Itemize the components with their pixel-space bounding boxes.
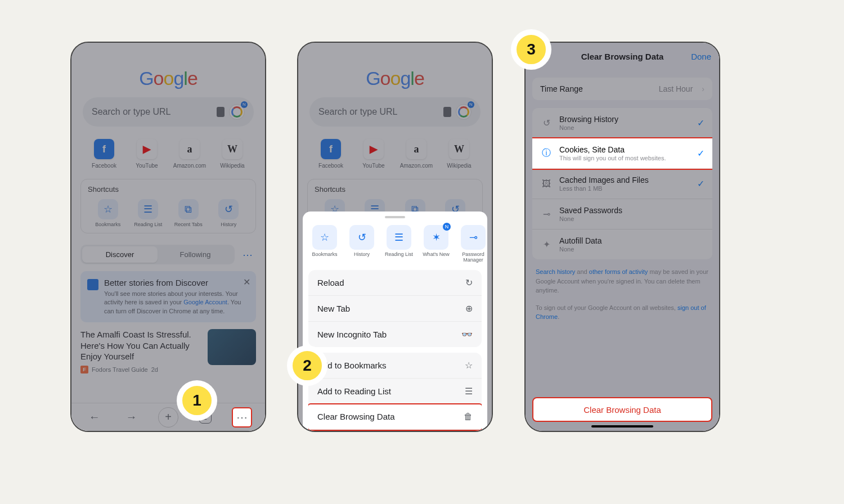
article-thumbnail bbox=[208, 329, 256, 365]
google-account-link[interactable]: Google Account bbox=[183, 299, 227, 305]
reload-icon: ↻ bbox=[465, 277, 473, 288]
lens-icon[interactable]: N bbox=[229, 104, 245, 120]
feed-more-icon[interactable]: ⋯ bbox=[239, 249, 256, 261]
menu-add-bookmarks[interactable]: Add to Bookmarks☆ bbox=[308, 353, 482, 379]
feed-article[interactable]: The Amalfi Coast Is Stressful. Here's Ho… bbox=[80, 329, 256, 374]
step-badge-2: 2 bbox=[287, 345, 327, 386]
quick-actions-row: ☆Bookmarks ↺History ☰Reading List ✶NWhat… bbox=[303, 223, 487, 270]
shortcut-history[interactable]: ↺History bbox=[210, 199, 247, 227]
menu-add-reading-list[interactable]: Add to Reading List☰ bbox=[308, 379, 482, 404]
grabber[interactable] bbox=[385, 216, 405, 218]
row-browsing-history[interactable]: ↺ Browsing HistoryNone ✓ bbox=[532, 108, 712, 138]
quick-whats-new[interactable]: ✶NWhat's New bbox=[420, 225, 452, 263]
favorite-youtube[interactable]: ▶YouTube bbox=[127, 139, 167, 169]
more-menu-button[interactable]: ⋯ bbox=[232, 407, 252, 428]
row-saved-passwords[interactable]: ⊸ Saved PasswordsNone bbox=[532, 199, 712, 230]
shortcuts-title: Shortcuts bbox=[88, 185, 249, 194]
nav-bar: Clear Browsing Data Done bbox=[526, 43, 719, 70]
google-logo: Google bbox=[304, 68, 486, 89]
check-icon: ✓ bbox=[697, 118, 704, 128]
data-types-group: ↺ Browsing HistoryNone ✓ ⓘ Cookies, Site… bbox=[532, 108, 712, 259]
close-icon[interactable]: ✕ bbox=[243, 277, 250, 287]
overflow-menu-sheet: ☆Bookmarks ↺History ☰Reading List ✶NWhat… bbox=[303, 212, 487, 431]
new-tab-button[interactable]: + bbox=[158, 407, 178, 428]
shortcuts-card: Shortcuts ☆Bookmarks ☰Reading List ⧉Rece… bbox=[80, 179, 256, 233]
quick-bookmarks[interactable]: ☆Bookmarks bbox=[308, 225, 341, 263]
step-badge-3: 3 bbox=[511, 29, 551, 70]
page-title: Clear Browsing Data bbox=[581, 52, 664, 61]
favorite-wikipedia[interactable]: WWikipedia bbox=[213, 139, 252, 169]
discover-title: Better stories from Discover bbox=[104, 278, 249, 287]
favorite-amazon[interactable]: aAmazon.com bbox=[397, 139, 436, 169]
done-button[interactable]: Done bbox=[691, 52, 711, 61]
incognito-icon: 👓 bbox=[461, 329, 473, 340]
phone-step-3: Clear Browsing Data Done Time Range Last… bbox=[524, 42, 720, 432]
check-icon: ✓ bbox=[697, 178, 704, 189]
time-range-row[interactable]: Time Range Last Hour › bbox=[532, 78, 712, 100]
menu-new-tab[interactable]: New Tab⊕ bbox=[308, 296, 482, 322]
autofill-icon: ✦ bbox=[540, 238, 553, 251]
favorite-amazon[interactable]: aAmazon.com bbox=[170, 139, 209, 169]
article-title: The Amalfi Coast Is Stressful. Here's Ho… bbox=[80, 329, 202, 362]
menu-new-incognito[interactable]: New Incognito Tab👓 bbox=[308, 322, 482, 347]
phone-step-1: Google Search or type URL N fFacebook ▶Y… bbox=[70, 42, 266, 432]
discover-info-card: ✕ Better stories from Discover You'll se… bbox=[80, 271, 256, 322]
phone-step-2: Google Search or type URL N fFacebook ▶Y… bbox=[297, 42, 493, 432]
quick-reading-list[interactable]: ☰Reading List bbox=[383, 225, 415, 263]
back-button[interactable]: ← bbox=[84, 407, 105, 428]
other-activity-link[interactable]: other forms of activity bbox=[589, 268, 648, 275]
search-placeholder: Search or type URL bbox=[92, 107, 212, 117]
source-icon: F bbox=[80, 366, 88, 374]
chevron-right-icon: › bbox=[702, 84, 704, 93]
footer-note-2: To sign out of your Google Account on al… bbox=[536, 303, 709, 322]
favorite-facebook[interactable]: fFacebook bbox=[84, 139, 124, 169]
step-badge-1: 1 bbox=[177, 380, 217, 421]
images-icon: 🖼 bbox=[540, 178, 553, 190]
shortcut-recent-tabs[interactable]: ⧉Recent Tabs bbox=[170, 199, 207, 227]
home-indicator bbox=[591, 425, 653, 428]
trash-icon: 🗑 bbox=[464, 412, 473, 422]
footer-note-1: Search history and other forms of activi… bbox=[536, 267, 709, 295]
menu-clear-browsing-data[interactable]: Clear Browsing Data🗑 bbox=[308, 404, 482, 430]
discover-body: You'll see more stories about your inter… bbox=[104, 290, 249, 316]
check-icon: ✓ bbox=[697, 148, 704, 159]
row-cached-images[interactable]: 🖼 Cached Images and FilesLess than 1 MB … bbox=[532, 169, 712, 199]
key-icon: ⊸ bbox=[540, 208, 553, 220]
favorites-row: fFacebook ▶YouTube aAmazon.com WWikipedi… bbox=[83, 139, 254, 169]
bottom-toolbar: ← → + 1 ⋯ bbox=[71, 403, 265, 431]
search-bar[interactable]: Search or type URL N bbox=[83, 97, 254, 127]
lens-icon[interactable]: N bbox=[456, 104, 472, 120]
search-bar[interactable]: Search or type URL N bbox=[309, 97, 481, 127]
mic-icon[interactable] bbox=[217, 107, 225, 117]
tab-following[interactable]: Following bbox=[158, 246, 233, 263]
forward-button[interactable]: → bbox=[121, 407, 141, 428]
search-history-link[interactable]: Search history bbox=[536, 268, 575, 275]
time-range-group: Time Range Last Hour › bbox=[532, 78, 712, 100]
clear-browsing-data-button[interactable]: Clear Browsing Data bbox=[532, 397, 712, 422]
doc-icon bbox=[87, 279, 98, 290]
row-cookies[interactable]: ⓘ Cookies, Site DataThis will sign you o… bbox=[532, 138, 712, 169]
shortcut-reading-list[interactable]: ☰Reading List bbox=[129, 199, 167, 227]
info-icon: ⓘ bbox=[540, 147, 553, 160]
menu-group-1: Reload↻ New Tab⊕ New Incognito Tab👓 bbox=[308, 270, 482, 347]
mic-icon[interactable] bbox=[443, 107, 451, 117]
menu-group-2: Add to Bookmarks☆ Add to Reading List☰ C… bbox=[308, 353, 482, 432]
feed-tabs: Discover Following ⋯ bbox=[80, 245, 256, 264]
menu-translate[interactable]: Translate⇄ bbox=[308, 430, 482, 432]
tab-discover[interactable]: Discover bbox=[82, 246, 158, 263]
row-autofill-data[interactable]: ✦ Autofill DataNone bbox=[532, 230, 712, 259]
favorite-youtube[interactable]: ▶YouTube bbox=[354, 139, 393, 169]
shortcut-bookmarks[interactable]: ☆Bookmarks bbox=[89, 199, 127, 227]
quick-history[interactable]: ↺History bbox=[345, 225, 378, 263]
favorite-facebook[interactable]: fFacebook bbox=[311, 139, 351, 169]
favorite-wikipedia[interactable]: WWikipedia bbox=[439, 139, 479, 169]
plus-circle-icon: ⊕ bbox=[465, 303, 473, 314]
reading-list-icon: ☰ bbox=[465, 386, 473, 397]
menu-reload[interactable]: Reload↻ bbox=[308, 270, 482, 296]
quick-password-manager[interactable]: ⊸Password Manager bbox=[457, 225, 487, 263]
star-icon: ☆ bbox=[465, 360, 473, 371]
google-logo: Google bbox=[77, 68, 259, 89]
history-icon: ↺ bbox=[540, 117, 553, 129]
